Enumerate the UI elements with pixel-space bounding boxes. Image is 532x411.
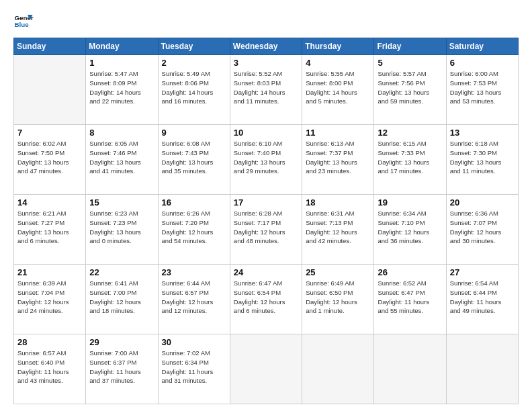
day-number: 13 (450, 128, 515, 138)
page-header: General Blue (13, 11, 519, 31)
day-info: Sunrise: 6:21 AM Sunset: 7:27 PM Dayligh… (17, 209, 82, 246)
day-info: Sunrise: 6:36 AM Sunset: 7:07 PM Dayligh… (450, 209, 515, 246)
calendar-cell: 2Sunrise: 5:49 AM Sunset: 8:06 PM Daylig… (158, 55, 230, 125)
calendar-cell: 28Sunrise: 6:57 AM Sunset: 6:40 PM Dayli… (14, 334, 86, 404)
day-info: Sunrise: 6:52 AM Sunset: 6:47 PM Dayligh… (378, 279, 442, 316)
day-info: Sunrise: 5:55 AM Sunset: 8:00 PM Dayligh… (306, 69, 370, 106)
logo-icon: General Blue (13, 11, 34, 31)
logo: General Blue (13, 11, 34, 31)
day-number: 16 (162, 197, 226, 208)
calendar-cell: 20Sunrise: 6:36 AM Sunset: 7:07 PM Dayli… (446, 195, 518, 265)
calendar-cell (446, 334, 518, 404)
weekday-header-thursday: Thursday (302, 38, 374, 55)
weekday-header-saturday: Saturday (446, 38, 518, 55)
day-number: 4 (306, 58, 370, 68)
day-info: Sunrise: 6:18 AM Sunset: 7:30 PM Dayligh… (450, 139, 515, 176)
day-number: 8 (89, 128, 154, 138)
calendar-cell: 29Sunrise: 7:00 AM Sunset: 6:37 PM Dayli… (86, 334, 158, 404)
day-info: Sunrise: 6:31 AM Sunset: 7:13 PM Dayligh… (306, 209, 370, 246)
day-info: Sunrise: 6:47 AM Sunset: 6:54 PM Dayligh… (234, 279, 298, 316)
day-number: 25 (306, 267, 370, 277)
calendar-week-row: 28Sunrise: 6:57 AM Sunset: 6:40 PM Dayli… (14, 334, 519, 404)
calendar-cell: 25Sunrise: 6:49 AM Sunset: 6:50 PM Dayli… (302, 265, 374, 334)
day-info: Sunrise: 5:57 AM Sunset: 7:56 PM Dayligh… (378, 69, 442, 106)
day-info: Sunrise: 6:54 AM Sunset: 6:44 PM Dayligh… (450, 279, 515, 316)
weekday-header-sunday: Sunday (14, 38, 86, 55)
day-info: Sunrise: 6:34 AM Sunset: 7:10 PM Dayligh… (378, 209, 442, 246)
calendar-cell: 18Sunrise: 6:31 AM Sunset: 7:13 PM Dayli… (302, 195, 374, 265)
day-info: Sunrise: 6:57 AM Sunset: 6:40 PM Dayligh… (17, 349, 82, 385)
calendar-cell (302, 334, 374, 404)
calendar-cell: 6Sunrise: 6:00 AM Sunset: 7:53 PM Daylig… (446, 55, 518, 125)
day-info: Sunrise: 6:10 AM Sunset: 7:40 PM Dayligh… (234, 139, 298, 176)
calendar-cell (374, 334, 446, 404)
calendar-cell: 11Sunrise: 6:13 AM Sunset: 7:37 PM Dayli… (302, 125, 374, 195)
calendar-cell (230, 334, 302, 404)
day-number: 23 (162, 267, 226, 277)
calendar-cell: 9Sunrise: 6:08 AM Sunset: 7:43 PM Daylig… (158, 125, 230, 195)
day-info: Sunrise: 6:41 AM Sunset: 7:00 PM Dayligh… (89, 279, 154, 316)
day-number: 28 (17, 337, 82, 347)
calendar-cell: 12Sunrise: 6:15 AM Sunset: 7:33 PM Dayli… (374, 125, 446, 195)
day-info: Sunrise: 7:02 AM Sunset: 6:34 PM Dayligh… (162, 349, 226, 385)
calendar-page: General Blue SundayMondayTuesdayWednesda… (0, 0, 532, 411)
calendar-table: SundayMondayTuesdayWednesdayThursdayFrid… (13, 38, 519, 404)
weekday-header-monday: Monday (86, 38, 158, 55)
calendar-cell: 26Sunrise: 6:52 AM Sunset: 6:47 PM Dayli… (374, 265, 446, 334)
day-info: Sunrise: 5:52 AM Sunset: 8:03 PM Dayligh… (234, 69, 298, 106)
calendar-cell: 22Sunrise: 6:41 AM Sunset: 7:00 PM Dayli… (86, 265, 158, 334)
day-number: 27 (450, 267, 515, 277)
day-number: 18 (306, 197, 370, 208)
day-number: 24 (234, 267, 298, 277)
day-number: 22 (89, 267, 154, 277)
day-number: 17 (234, 197, 298, 208)
calendar-cell: 13Sunrise: 6:18 AM Sunset: 7:30 PM Dayli… (446, 125, 518, 195)
day-number: 5 (378, 58, 442, 68)
day-info: Sunrise: 6:28 AM Sunset: 7:17 PM Dayligh… (234, 209, 298, 246)
day-number: 19 (378, 197, 442, 208)
day-number: 10 (234, 128, 298, 138)
calendar-cell: 23Sunrise: 6:44 AM Sunset: 6:57 PM Dayli… (158, 265, 230, 334)
day-info: Sunrise: 6:23 AM Sunset: 7:23 PM Dayligh… (89, 209, 154, 246)
calendar-week-row: 21Sunrise: 6:39 AM Sunset: 7:04 PM Dayli… (14, 265, 519, 334)
day-number: 3 (234, 58, 298, 68)
weekday-header-friday: Friday (374, 38, 446, 55)
day-number: 14 (17, 197, 82, 208)
day-number: 9 (162, 128, 226, 138)
calendar-cell: 15Sunrise: 6:23 AM Sunset: 7:23 PM Dayli… (86, 195, 158, 265)
calendar-cell: 14Sunrise: 6:21 AM Sunset: 7:27 PM Dayli… (14, 195, 86, 265)
day-number: 21 (17, 267, 82, 277)
day-info: Sunrise: 6:00 AM Sunset: 7:53 PM Dayligh… (450, 69, 515, 106)
calendar-cell: 30Sunrise: 7:02 AM Sunset: 6:34 PM Dayli… (158, 334, 230, 404)
calendar-cell: 19Sunrise: 6:34 AM Sunset: 7:10 PM Dayli… (374, 195, 446, 265)
day-number: 1 (89, 58, 154, 68)
day-info: Sunrise: 6:44 AM Sunset: 6:57 PM Dayligh… (162, 279, 226, 316)
calendar-cell: 7Sunrise: 6:02 AM Sunset: 7:50 PM Daylig… (14, 125, 86, 195)
svg-text:Blue: Blue (15, 21, 30, 28)
day-number: 11 (306, 128, 370, 138)
day-number: 29 (89, 337, 154, 347)
day-number: 15 (89, 197, 154, 208)
weekday-header-row: SundayMondayTuesdayWednesdayThursdayFrid… (14, 38, 519, 55)
calendar-cell: 21Sunrise: 6:39 AM Sunset: 7:04 PM Dayli… (14, 265, 86, 334)
calendar-week-row: 1Sunrise: 5:47 AM Sunset: 8:09 PM Daylig… (14, 55, 519, 125)
weekday-header-tuesday: Tuesday (158, 38, 230, 55)
calendar-cell: 17Sunrise: 6:28 AM Sunset: 7:17 PM Dayli… (230, 195, 302, 265)
day-info: Sunrise: 5:49 AM Sunset: 8:06 PM Dayligh… (162, 69, 226, 106)
weekday-header-wednesday: Wednesday (230, 38, 302, 55)
calendar-cell: 3Sunrise: 5:52 AM Sunset: 8:03 PM Daylig… (230, 55, 302, 125)
day-info: Sunrise: 6:13 AM Sunset: 7:37 PM Dayligh… (306, 139, 370, 176)
day-info: Sunrise: 6:15 AM Sunset: 7:33 PM Dayligh… (378, 139, 442, 176)
calendar-cell: 16Sunrise: 6:26 AM Sunset: 7:20 PM Dayli… (158, 195, 230, 265)
calendar-cell: 4Sunrise: 5:55 AM Sunset: 8:00 PM Daylig… (302, 55, 374, 125)
day-number: 6 (450, 58, 515, 68)
calendar-week-row: 14Sunrise: 6:21 AM Sunset: 7:27 PM Dayli… (14, 195, 519, 265)
day-info: Sunrise: 5:47 AM Sunset: 8:09 PM Dayligh… (89, 69, 154, 106)
calendar-cell: 8Sunrise: 6:05 AM Sunset: 7:46 PM Daylig… (86, 125, 158, 195)
calendar-cell (14, 55, 86, 125)
calendar-cell: 24Sunrise: 6:47 AM Sunset: 6:54 PM Dayli… (230, 265, 302, 334)
day-info: Sunrise: 7:00 AM Sunset: 6:37 PM Dayligh… (89, 349, 154, 385)
day-number: 2 (162, 58, 226, 68)
calendar-cell: 10Sunrise: 6:10 AM Sunset: 7:40 PM Dayli… (230, 125, 302, 195)
calendar-week-row: 7Sunrise: 6:02 AM Sunset: 7:50 PM Daylig… (14, 125, 519, 195)
